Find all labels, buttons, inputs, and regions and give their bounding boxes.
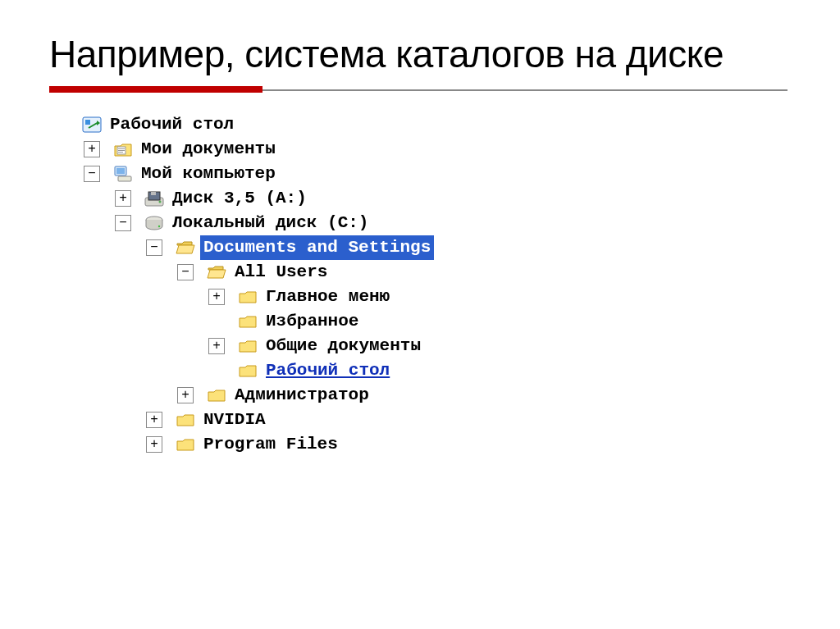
svg-rect-2 xyxy=(118,148,125,149)
expand-icon[interactable]: + xyxy=(146,436,162,453)
folder-open-icon xyxy=(171,236,200,259)
folder-tree: Рабочий стол + Мои документы − Мой компь… xyxy=(49,109,791,460)
title-underline xyxy=(49,86,262,93)
folder-icon xyxy=(171,408,200,431)
expand-icon[interactable]: + xyxy=(208,338,225,354)
folder-icon xyxy=(202,384,231,407)
folder-icon xyxy=(233,359,262,382)
desktop-icon xyxy=(77,113,107,136)
tree-label: Главное меню xyxy=(262,285,390,308)
folder-open-icon xyxy=(202,261,231,284)
folder-icon xyxy=(171,433,200,456)
expand-icon[interactable]: + xyxy=(146,412,162,428)
tree-label: Диск 3,5 (A:) xyxy=(169,187,307,210)
tree-label: NVIDIA xyxy=(200,408,266,431)
tree-label: Общие документы xyxy=(262,335,421,358)
folder-icon xyxy=(233,285,262,308)
tree-label-selected: Documents and Settings xyxy=(200,235,434,260)
tree-row-documents-settings[interactable]: − Documents and Settings xyxy=(52,235,788,260)
svg-rect-4 xyxy=(118,152,123,153)
documents-icon xyxy=(108,138,138,161)
svg-rect-3 xyxy=(118,150,125,151)
tree-row-program-files[interactable]: + Program Files xyxy=(52,432,788,457)
floppy-drive-icon xyxy=(139,187,169,210)
tree-label: Мои документы xyxy=(138,138,276,161)
tree-label: Избранное xyxy=(262,310,358,333)
computer-icon xyxy=(108,162,138,185)
folder-icon xyxy=(233,335,262,358)
tree-row-favorites[interactable]: Избранное xyxy=(52,309,788,334)
tree-row-local-disk[interactable]: − Локальный диск (C:) xyxy=(52,211,788,235)
expand-icon[interactable]: + xyxy=(115,190,131,207)
expand-icon[interactable]: + xyxy=(84,141,100,157)
tree-row-desktop[interactable]: Рабочий стол xyxy=(52,112,788,137)
hard-drive-icon xyxy=(139,212,169,235)
collapse-icon[interactable]: − xyxy=(84,166,100,182)
tree-row-all-users[interactable]: − All Users xyxy=(52,260,788,285)
tree-row-administrator[interactable]: + Администратор xyxy=(52,383,788,408)
svg-point-13 xyxy=(158,226,160,227)
tree-row-main-menu[interactable]: + Главное меню xyxy=(52,285,788,309)
tree-row-desktop-sub[interactable]: Рабочий стол xyxy=(52,358,788,383)
tree-label: Program Files xyxy=(200,433,338,456)
tree-row-shared-docs[interactable]: + Общие документы xyxy=(52,334,788,358)
expand-icon[interactable]: + xyxy=(177,387,194,403)
svg-point-11 xyxy=(159,200,162,203)
slide-title: Например, система каталогов на диске xyxy=(49,33,791,76)
tree-label-link: Рабочий стол xyxy=(262,359,390,382)
svg-rect-10 xyxy=(151,192,156,195)
tree-row-my-documents[interactable]: + Мои документы xyxy=(52,137,788,162)
collapse-icon[interactable]: − xyxy=(146,239,162,256)
tree-label: Мой компьютер xyxy=(138,162,276,185)
tree-label: Администратор xyxy=(231,384,369,407)
collapse-icon[interactable]: − xyxy=(115,215,131,231)
svg-rect-6 xyxy=(116,168,125,174)
folder-icon xyxy=(233,310,262,333)
expand-icon[interactable]: + xyxy=(208,289,225,305)
tree-label: Рабочий стол xyxy=(107,113,234,136)
tree-label: Локальный диск (C:) xyxy=(169,212,368,235)
svg-rect-7 xyxy=(118,176,131,181)
tree-row-nvidia[interactable]: + NVIDIA xyxy=(52,408,788,432)
tree-row-floppy[interactable]: + Диск 3,5 (A:) xyxy=(52,186,788,211)
collapse-icon[interactable]: − xyxy=(177,264,194,280)
tree-label: All Users xyxy=(231,261,327,284)
tree-row-my-computer[interactable]: − Мой компьютер xyxy=(52,162,788,186)
